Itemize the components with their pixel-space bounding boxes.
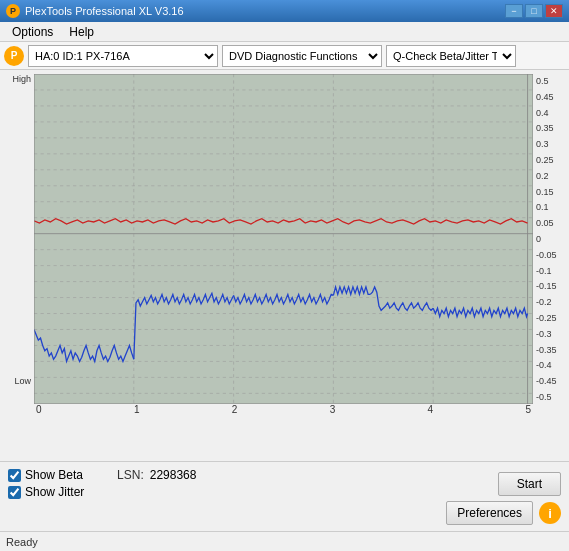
y-axis-left: High Low [4, 74, 34, 404]
x-label-3: 3 [330, 404, 336, 415]
y-right-11: -0.05 [536, 250, 557, 260]
chart-area [34, 74, 533, 404]
y-right-15: -0.25 [536, 313, 557, 323]
app-icon: P [6, 4, 20, 18]
main-area: High Low [0, 70, 569, 551]
bottom-row1: Show Beta LSN: 2298368 Show Jitter Start [8, 468, 561, 499]
minimize-button[interactable]: − [505, 4, 523, 18]
x-label-2: 2 [232, 404, 238, 415]
bottom-buttons: Start [498, 472, 561, 496]
show-beta-checkbox[interactable] [8, 469, 21, 482]
show-jitter-row: Show Jitter [8, 485, 196, 499]
y-right-6: 0.2 [536, 171, 549, 181]
menu-options[interactable]: Options [4, 23, 61, 41]
show-jitter-label: Show Jitter [25, 485, 84, 499]
y-right-20: -0.5 [536, 392, 552, 402]
y-right-14: -0.2 [536, 297, 552, 307]
y-right-16: -0.3 [536, 329, 552, 339]
title-bar: P PlexTools Professional XL V3.16 − □ ✕ [0, 0, 569, 22]
menu-bar: Options Help [0, 22, 569, 42]
lsn-label: LSN: [117, 468, 144, 482]
bottom-row2: Preferences i [8, 501, 561, 525]
maximize-button[interactable]: □ [525, 4, 543, 18]
y-right-8: 0.1 [536, 202, 549, 212]
y-right-19: -0.45 [536, 376, 557, 386]
show-beta-label: Show Beta [25, 468, 83, 482]
toolbar: P HA:0 ID:1 PX-716A DVD Diagnostic Funct… [0, 42, 569, 70]
y-right-4: 0.3 [536, 139, 549, 149]
close-button[interactable]: ✕ [545, 4, 563, 18]
y-axis-right: 0.5 0.45 0.4 0.35 0.3 0.25 0.2 0.15 0.1 … [533, 74, 565, 404]
chart-wrapper: High Low [4, 74, 565, 404]
x-label-1: 1 [134, 404, 140, 415]
start-button[interactable]: Start [498, 472, 561, 496]
lsn-area: LSN: 2298368 [117, 468, 196, 482]
y-right-17: -0.35 [536, 345, 557, 355]
y-label-low: Low [14, 376, 31, 386]
chart-svg [34, 74, 533, 404]
title-bar-controls: − □ ✕ [505, 4, 563, 18]
menu-help[interactable]: Help [61, 23, 102, 41]
x-axis: 0 1 2 3 4 5 [34, 404, 533, 415]
x-label-0: 0 [36, 404, 42, 415]
y-right-9: 0.05 [536, 218, 554, 228]
title-bar-left: P PlexTools Professional XL V3.16 [6, 4, 184, 18]
y-right-5: 0.25 [536, 155, 554, 165]
info-button[interactable]: i [539, 502, 561, 524]
y-right-13: -0.15 [536, 281, 557, 291]
y-right-3: 0.35 [536, 123, 554, 133]
show-beta-row: Show Beta LSN: 2298368 [8, 468, 196, 482]
function-select[interactable]: DVD Diagnostic Functions [222, 45, 382, 67]
x-axis-row: 0 1 2 3 4 5 [34, 404, 533, 415]
preferences-button[interactable]: Preferences [446, 501, 533, 525]
lsn-value: 2298368 [150, 468, 197, 482]
show-jitter-checkbox[interactable] [8, 486, 21, 499]
pref-buttons: Preferences i [446, 501, 561, 525]
chart-container: High Low [0, 70, 569, 461]
y-right-7: 0.15 [536, 187, 554, 197]
status-bar: Ready [0, 531, 569, 551]
info-icon: i [548, 506, 552, 521]
title-bar-title: PlexTools Professional XL V3.16 [25, 5, 184, 17]
toolbar-app-icon: P [4, 46, 24, 66]
y-right-12: -0.1 [536, 266, 552, 276]
y-right-18: -0.4 [536, 360, 552, 370]
y-right-10: 0 [536, 234, 541, 244]
x-label-4: 4 [428, 404, 434, 415]
drive-select[interactable]: HA:0 ID:1 PX-716A [28, 45, 218, 67]
y-right-0: 0.5 [536, 76, 549, 86]
x-label-5: 5 [525, 404, 531, 415]
svg-rect-0 [34, 74, 533, 404]
y-right-1: 0.45 [536, 92, 554, 102]
bottom-panel: Show Beta LSN: 2298368 Show Jitter Start… [0, 461, 569, 531]
y-right-2: 0.4 [536, 108, 549, 118]
status-text: Ready [6, 536, 38, 548]
y-label-high: High [12, 74, 31, 84]
test-select[interactable]: Q-Check Beta/Jitter Test [386, 45, 516, 67]
